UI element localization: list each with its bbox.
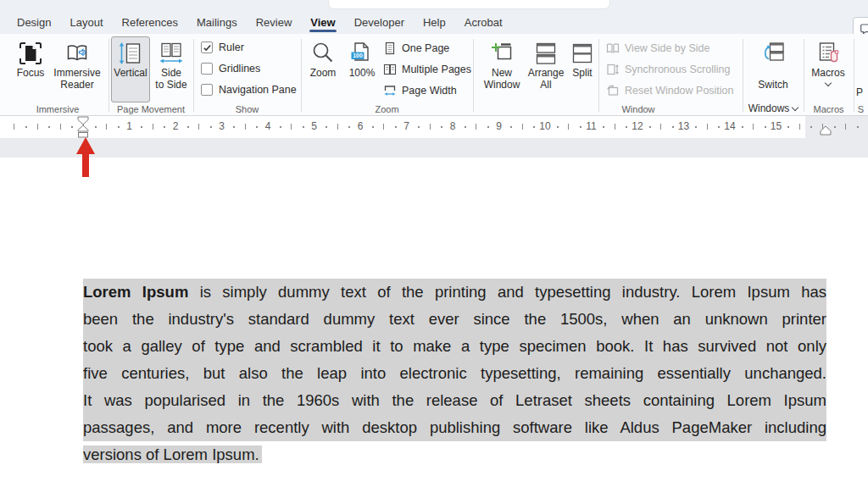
group-label-page-movement: Page Movement	[108, 104, 193, 114]
page-width-label: Page Width	[402, 85, 457, 97]
search-box-remnant[interactable]	[328, 0, 610, 9]
navigation-pane-checkbox-label: Navigation Pane	[219, 84, 297, 96]
hanging-indent-marker[interactable]	[78, 125, 88, 131]
side-to-side-icon	[159, 41, 184, 66]
ruler-tick	[742, 126, 743, 128]
split-button[interactable]: Split	[565, 36, 599, 80]
indent-markers[interactable]	[77, 116, 89, 138]
group-zoom: Zoom 100 100% One Page	[301, 34, 473, 115]
one-page-button[interactable]: One Page	[383, 42, 449, 55]
text-line[interactable]: took a galley of type and scrambled it t…	[83, 333, 826, 360]
synchronous-scrolling-icon	[606, 63, 620, 76]
document-page[interactable]: Lorem Ipsum is simply dummy text of the …	[0, 158, 868, 498]
synchronous-scrolling-button[interactable]: Synchronous Scrolling	[606, 63, 730, 76]
group-page-movement: Vertical Side to Side Page Movement	[108, 34, 193, 115]
chevron-down-icon	[825, 80, 832, 86]
tab-developer[interactable]: Developer	[345, 10, 414, 34]
text-line[interactable]: been the industry's standard dummy text …	[83, 306, 826, 333]
tab-view[interactable]: View	[301, 10, 344, 34]
ruler-tick	[187, 126, 189, 128]
ruler-tick	[106, 124, 107, 130]
ruler[interactable]: 123456789101112131415	[0, 116, 868, 138]
arrange-all-button[interactable]: Arrange All	[526, 36, 565, 91]
tab-mailings[interactable]: Mailings	[187, 10, 247, 34]
macros-label: Macros	[811, 67, 844, 79]
ruler-tick	[233, 126, 235, 128]
ruler-tick	[48, 126, 50, 128]
vertical-icon	[118, 41, 143, 66]
ruler-tick	[95, 126, 97, 128]
ruler-number: 9	[496, 120, 502, 132]
first-line-indent-marker[interactable]	[78, 117, 88, 125]
new-window-label: New Window	[484, 67, 520, 91]
tab-acrobat[interactable]: Acrobat	[455, 10, 512, 34]
text-line[interactable]: Lorem Ipsum is simply dummy text of the …	[83, 279, 826, 306]
title-bar-remnant	[0, 0, 868, 10]
gridlines-checkbox-row[interactable]: Gridlines	[201, 63, 260, 75]
ruler-tick	[245, 124, 246, 130]
group-label-macros: Macros	[804, 104, 854, 114]
view-side-by-side-button[interactable]: View Side by Side	[606, 42, 710, 55]
focus-label: Focus	[17, 67, 45, 79]
macros-button[interactable]: Macros	[807, 36, 849, 86]
tab-references[interactable]: References	[113, 10, 187, 34]
checkmark-icon	[203, 43, 212, 53]
gridlines-checkbox[interactable]	[201, 63, 213, 75]
arrange-all-icon	[533, 41, 559, 66]
one-page-label: One Page	[402, 42, 449, 54]
ruler-number: 11	[586, 120, 596, 132]
inner-separator	[743, 39, 743, 112]
ruler-checkbox[interactable]	[201, 42, 213, 53]
reset-window-position-button[interactable]: Reset Window Position	[606, 84, 734, 97]
group-label-partial: S	[854, 104, 868, 114]
ruler-tick	[164, 126, 165, 128]
text-line[interactable]: versions of Lorem Ipsum.	[83, 441, 826, 468]
ruler-tick	[695, 126, 697, 128]
ruler-number: 14	[724, 120, 735, 132]
page-width-icon	[383, 84, 397, 97]
ruler-number: 12	[632, 120, 643, 132]
zoom-button[interactable]: Zoom	[303, 36, 342, 80]
ruler-tick	[395, 126, 397, 128]
immersive-reader-icon	[64, 41, 90, 66]
red-arrow-annotation	[75, 137, 96, 178]
ruler-tick	[60, 124, 61, 130]
inner-separator	[598, 39, 599, 112]
ruler-checkbox-row[interactable]: Ruler	[201, 42, 244, 53]
vertical-button[interactable]: Vertical	[111, 36, 150, 102]
ruler-tick	[14, 124, 14, 130]
paragraph[interactable]: Lorem Ipsum is simply dummy text of the …	[83, 279, 826, 468]
text-line[interactable]: passages, and more recently with desktop…	[83, 414, 826, 441]
text-line[interactable]: It was popularised in the 1960s with the…	[83, 387, 826, 414]
magnifier-icon	[310, 41, 336, 66]
tab-review[interactable]: Review	[247, 10, 302, 34]
ruler-tick	[626, 126, 627, 128]
ruler-number: 3	[219, 120, 225, 132]
new-window-icon	[489, 41, 515, 66]
zoom-100-label: 100%	[349, 67, 376, 79]
multiple-pages-button[interactable]: Multiple Pages	[383, 63, 471, 76]
ruler-tick	[303, 126, 304, 128]
split-label: Split	[572, 67, 592, 79]
navigation-pane-checkbox[interactable]	[201, 84, 213, 96]
group-label-window: Window	[473, 104, 804, 114]
ruler-tick	[291, 124, 292, 130]
navigation-pane-checkbox-row[interactable]: Navigation Pane	[201, 84, 297, 96]
new-window-button[interactable]: New Window	[477, 36, 526, 91]
page-width-button[interactable]: Page Width	[383, 84, 457, 97]
text-line[interactable]: five centuries, but also the leap into e…	[83, 360, 826, 387]
right-indent-marker[interactable]	[820, 116, 832, 138]
tab-help[interactable]: Help	[414, 10, 455, 34]
ruler-tick	[615, 124, 615, 130]
zoom-label: Zoom	[310, 67, 337, 79]
tab-layout[interactable]: Layout	[60, 10, 112, 34]
zoom-100-button[interactable]: 100 100%	[342, 36, 381, 80]
side-to-side-label: Side to Side	[155, 67, 186, 91]
ruler-tick	[430, 124, 431, 130]
partial-button-label[interactable]: P	[856, 86, 863, 98]
side-to-side-button[interactable]: Side to Side	[152, 36, 191, 91]
focus-button[interactable]: Focus	[12, 36, 49, 80]
immersive-reader-button[interactable]: Immersive Reader	[49, 36, 105, 91]
ruler-checkbox-label: Ruler	[219, 42, 244, 53]
tab-design[interactable]: Design	[8, 10, 60, 34]
